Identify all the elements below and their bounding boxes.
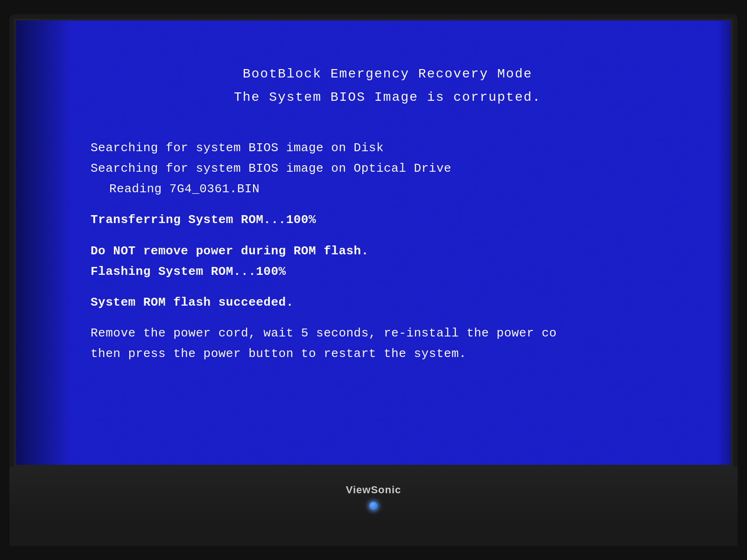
main-section: Searching for system BIOS image on Disk …	[91, 138, 684, 364]
press-power-line: then press the power button to restart t…	[91, 343, 684, 364]
flash-succeeded-line: System ROM flash succeeded.	[91, 292, 684, 313]
spacer2	[91, 231, 684, 241]
transferring-line: Transferring System ROM...100%	[91, 210, 684, 230]
header-section: BootBlock Emergency Recovery Mode The Sy…	[91, 49, 684, 110]
search-disk-line: Searching for system BIOS image on Disk	[91, 138, 684, 158]
reading-line: Reading 7G4_0361.BIN	[91, 179, 684, 199]
monitor-bezel: ViewSonic	[9, 467, 738, 523]
title-line1: BootBlock Emergency Recovery Mode	[91, 63, 684, 86]
do-not-remove-line: Do NOT remove power during ROM flash.	[91, 241, 684, 261]
search-optical-line: Searching for system BIOS image on Optic…	[91, 158, 684, 179]
screen: BootBlock Emergency Recovery Mode The Sy…	[14, 19, 733, 467]
screen-content: BootBlock Emergency Recovery Mode The Sy…	[16, 21, 731, 465]
remove-power-line: Remove the power cord, wait 5 seconds, r…	[91, 323, 684, 343]
spacer1	[91, 199, 684, 210]
title-line2: The System BIOS Image is corrupted.	[91, 86, 684, 109]
brand-label: ViewSonic	[346, 484, 402, 496]
spacer3	[91, 282, 684, 292]
monitor-outer: BootBlock Emergency Recovery Mode The Sy…	[9, 14, 738, 546]
spacer4	[91, 313, 684, 323]
flashing-line: Flashing System ROM...100%	[91, 261, 684, 282]
power-button[interactable]	[369, 502, 378, 510]
